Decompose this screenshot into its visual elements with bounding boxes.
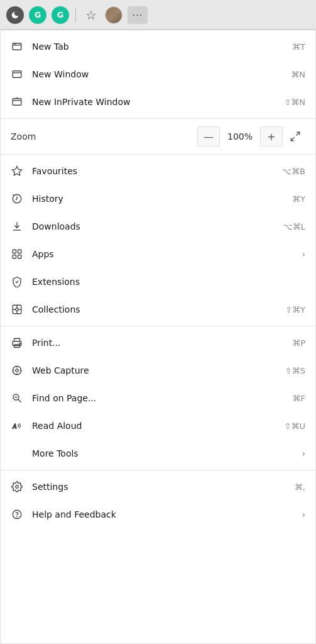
moon-icon[interactable]	[6, 6, 24, 24]
tools-section: Print... ⌘P Web Capture ⇧⌘S	[1, 326, 315, 470]
svg-rect-5	[13, 99, 21, 106]
settings-label: Settings	[32, 482, 286, 492]
extensions-label: Extensions	[32, 277, 305, 287]
toolbar-divider	[75, 8, 76, 23]
new-tab-label: New Tab	[32, 42, 283, 52]
svg-marker-9	[13, 167, 22, 175]
history-item[interactable]: History ⌘Y	[1, 185, 315, 213]
help-feedback-arrow: ›	[302, 509, 305, 519]
new-window-item[interactable]: New Window ⌘N	[1, 60, 315, 88]
settings-shortcut: ⌘,	[295, 482, 305, 492]
svg-rect-3	[13, 71, 21, 78]
new-window-label: New Window	[32, 69, 282, 79]
more-button[interactable]: ···	[128, 6, 148, 24]
zoom-section: Zoom — 100% +	[1, 119, 315, 155]
apps-arrow: ›	[302, 249, 305, 259]
settings-item[interactable]: Settings ⌘,	[1, 473, 315, 501]
svg-rect-14	[18, 250, 21, 253]
grammarly1-icon[interactable]: G	[29, 6, 46, 24]
help-feedback-icon	[11, 508, 23, 521]
favourites-shortcut: ⌥⌘B	[282, 167, 305, 176]
zoom-decrease-button[interactable]: —	[197, 126, 220, 147]
more-tools-label: More Tools	[32, 448, 288, 458]
collections-label: Collections	[32, 304, 276, 314]
apps-icon	[11, 248, 23, 260]
avatar-image	[106, 6, 122, 24]
favourites-label: Favourites	[32, 166, 273, 176]
collections-shortcut: ⇧⌘Y	[285, 305, 305, 314]
zoom-value: 100%	[220, 131, 260, 142]
downloads-item[interactable]: Downloads ⌥⌘L	[1, 213, 315, 240]
help-feedback-label: Help and Feedback	[32, 509, 288, 519]
history-label: History	[32, 194, 283, 204]
print-shortcut: ⌘P	[292, 338, 305, 348]
help-feedback-item[interactable]: Help and Feedback ›	[1, 501, 315, 528]
new-window-shortcut: ⌘N	[291, 70, 305, 79]
extensions-item[interactable]: Extensions	[1, 268, 315, 296]
zoom-expand-button[interactable]	[285, 126, 305, 147]
new-tab-item[interactable]: New Tab ⌘T	[1, 33, 315, 60]
find-on-page-label: Find on Page...	[32, 393, 284, 403]
downloads-shortcut: ⌥⌘L	[283, 222, 305, 231]
new-inprivate-item[interactable]: New InPrivate Window ⇧⌘N	[1, 88, 315, 116]
browser-menu: New Tab ⌘T New Window ⌘N New InPrivat	[0, 30, 316, 644]
print-icon	[11, 336, 23, 349]
more-tools-arrow: ›	[302, 448, 305, 458]
system-section: Settings ⌘, Help and Feedback ›	[1, 470, 315, 531]
read-aloud-shortcut: ⇧⌘U	[285, 421, 305, 431]
avatar[interactable]	[105, 6, 123, 24]
new-inprivate-icon	[11, 96, 23, 108]
find-on-page-item[interactable]: Find on Page... ⌘F	[1, 384, 315, 412]
new-tab-shortcut: ⌘T	[292, 42, 305, 52]
settings-icon	[11, 480, 23, 493]
svg-rect-0	[13, 43, 21, 50]
browser-toolbar: G G ☆ ···	[0, 0, 316, 30]
extensions-icon	[11, 275, 23, 288]
web-capture-icon	[11, 364, 23, 377]
history-shortcut: ⌘Y	[292, 194, 305, 204]
star-icon[interactable]: ☆	[82, 6, 100, 24]
svg-point-36	[16, 486, 19, 489]
collections-icon	[11, 303, 23, 316]
svg-rect-15	[13, 255, 16, 258]
grammarly2-icon[interactable]: G	[52, 6, 69, 24]
bookmarks-section: Favourites ⌥⌘B History ⌘Y	[1, 155, 315, 326]
print-item[interactable]: Print... ⌘P	[1, 329, 315, 357]
apps-item[interactable]: Apps ›	[1, 240, 315, 268]
svg-rect-23	[14, 345, 20, 348]
downloads-icon	[11, 220, 23, 233]
apps-label: Apps	[32, 249, 288, 259]
svg-point-27	[16, 369, 19, 372]
read-aloud-label: Read Aloud	[32, 421, 276, 431]
print-label: Print...	[32, 338, 283, 348]
svg-text:A: A	[12, 423, 16, 430]
new-window-icon	[11, 68, 23, 80]
more-tools-icon	[11, 447, 23, 460]
find-on-page-shortcut: ⌘F	[293, 394, 305, 403]
favourites-item[interactable]: Favourites ⌥⌘B	[1, 157, 315, 185]
read-aloud-icon: A	[11, 419, 23, 432]
collections-item[interactable]: Collections ⇧⌘Y	[1, 296, 315, 323]
web-capture-item[interactable]: Web Capture ⇧⌘S	[1, 357, 315, 384]
find-on-page-icon	[11, 392, 23, 404]
read-aloud-item[interactable]: A Read Aloud ⇧⌘U	[1, 412, 315, 440]
zoom-label: Zoom	[11, 131, 197, 142]
svg-rect-16	[18, 255, 21, 258]
favourites-icon	[11, 165, 23, 177]
svg-line-8	[291, 138, 294, 141]
svg-line-33	[18, 399, 21, 402]
zoom-increase-button[interactable]: +	[260, 126, 283, 147]
web-capture-label: Web Capture	[32, 365, 276, 375]
svg-line-7	[297, 132, 300, 135]
more-tools-item[interactable]: More Tools ›	[1, 440, 315, 467]
new-inprivate-shortcut: ⇧⌘N	[284, 97, 305, 107]
svg-point-18	[16, 308, 19, 311]
new-section: New Tab ⌘T New Window ⌘N New InPrivat	[1, 30, 315, 119]
downloads-label: Downloads	[32, 221, 275, 231]
web-capture-shortcut: ⇧⌘S	[285, 366, 305, 375]
new-tab-icon	[11, 40, 23, 53]
new-inprivate-label: New InPrivate Window	[32, 97, 275, 107]
svg-point-25	[19, 343, 21, 345]
svg-rect-13	[13, 250, 16, 253]
svg-point-38	[17, 516, 18, 517]
